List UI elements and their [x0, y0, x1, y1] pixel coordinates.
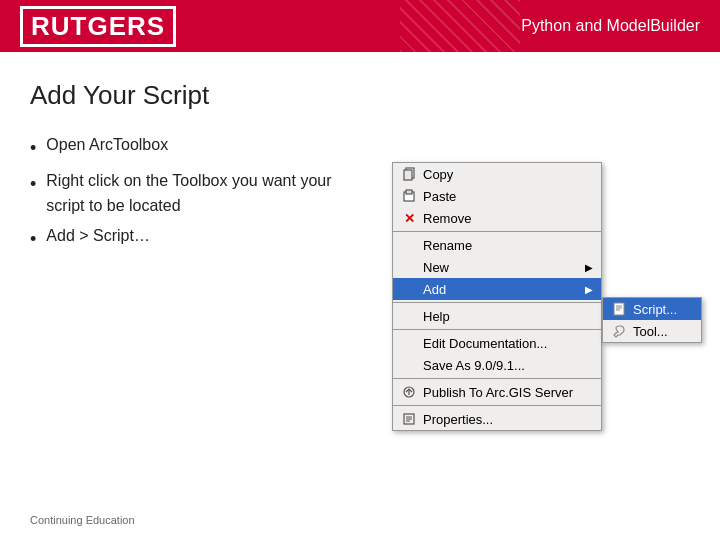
bullet-text: Open ArcToolbox — [46, 133, 168, 158]
script-label: Script... — [633, 302, 693, 317]
menu-item-props[interactable]: Properties... — [393, 408, 601, 430]
page-title: Add Your Script — [30, 80, 690, 111]
menu-item-publish[interactable]: Publish To Arc.GIS Server — [393, 381, 601, 403]
editdoc-icon — [399, 335, 419, 351]
bullet-dot: • — [30, 135, 36, 163]
add-icon — [399, 281, 419, 297]
bullet-text: Add > Script… — [46, 224, 150, 249]
main-content: Add Your Script • Open ArcToolbox • Righ… — [0, 52, 720, 540]
saveas-icon — [399, 357, 419, 373]
help-label: Help — [423, 309, 593, 324]
footer: Continuing Education — [30, 514, 135, 526]
menu-item-editdoc[interactable]: Edit Documentation... — [393, 332, 601, 354]
rutgers-logo: RUTGERS — [20, 6, 176, 47]
copy-label: Copy — [423, 167, 593, 182]
props-label: Properties... — [423, 412, 593, 427]
menu-item-remove[interactable]: ✕ Remove — [393, 207, 601, 229]
menu-item-new[interactable]: New ▶ — [393, 256, 601, 278]
header-decoration — [400, 0, 520, 52]
publish-icon — [399, 384, 419, 400]
menu-item-copy[interactable]: Copy — [393, 163, 601, 185]
bullet-dot: • — [30, 226, 36, 254]
context-menu: Copy Paste ✕ Remove Rename — [392, 162, 602, 431]
props-icon — [399, 411, 419, 427]
tool-label: Tool... — [633, 324, 693, 339]
header: RUTGERS Python and ModelBuilder — [0, 0, 720, 52]
svg-rect-1 — [404, 170, 412, 180]
submenu: Script... Tool... — [602, 297, 702, 343]
separator-1 — [393, 231, 601, 232]
bullet-text: Right click on the Toolbox you want your… — [46, 169, 346, 219]
svg-rect-3 — [406, 190, 412, 194]
menu-item-paste[interactable]: Paste — [393, 185, 601, 207]
saveas-label: Save As 9.0/9.1... — [423, 358, 593, 373]
editdoc-label: Edit Documentation... — [423, 336, 593, 351]
new-arrow: ▶ — [585, 262, 593, 273]
separator-2 — [393, 302, 601, 303]
logo-area: RUTGERS — [20, 6, 176, 47]
x-icon: ✕ — [401, 210, 417, 226]
add-label: Add — [423, 282, 577, 297]
paste-icon — [399, 188, 419, 204]
remove-label: Remove — [423, 211, 593, 226]
script-icon — [609, 301, 629, 317]
copy-icon — [399, 166, 419, 182]
separator-3 — [393, 329, 601, 330]
context-menu-area: Copy Paste ✕ Remove Rename — [392, 162, 692, 431]
paste-label: Paste — [423, 189, 593, 204]
new-icon — [399, 259, 419, 275]
submenu-item-script[interactable]: Script... — [603, 298, 701, 320]
separator-5 — [393, 405, 601, 406]
tool-icon — [609, 323, 629, 339]
help-icon — [399, 308, 419, 324]
publish-label: Publish To Arc.GIS Server — [423, 385, 593, 400]
footer-text: Continuing Education — [30, 514, 135, 526]
header-title: Python and ModelBuilder — [521, 17, 700, 35]
menu-item-rename[interactable]: Rename — [393, 234, 601, 256]
list-item: • Open ArcToolbox — [30, 133, 690, 163]
bullet-dot: • — [30, 171, 36, 199]
menu-item-saveas[interactable]: Save As 9.0/9.1... — [393, 354, 601, 376]
svg-rect-10 — [614, 303, 624, 315]
remove-icon: ✕ — [399, 210, 419, 226]
new-label: New — [423, 260, 577, 275]
rename-label: Rename — [423, 238, 593, 253]
separator-4 — [393, 378, 601, 379]
rename-icon — [399, 237, 419, 253]
submenu-item-tool[interactable]: Tool... — [603, 320, 701, 342]
menu-item-help[interactable]: Help — [393, 305, 601, 327]
add-arrow: ▶ — [585, 284, 593, 295]
menu-item-add[interactable]: Add ▶ — [393, 278, 601, 300]
